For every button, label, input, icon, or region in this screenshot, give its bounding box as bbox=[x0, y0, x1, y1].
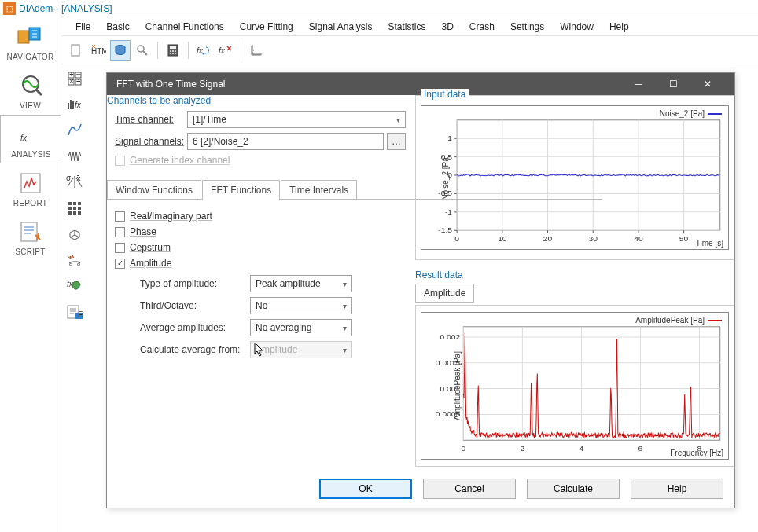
menu-settings[interactable]: Settings bbox=[502, 19, 552, 35]
side-wave-icon[interactable] bbox=[63, 145, 86, 168]
svg-rect-6 bbox=[21, 222, 37, 241]
real-imag-checkbox[interactable] bbox=[115, 211, 125, 222]
tab-time-intervals[interactable]: Time Intervals bbox=[281, 180, 357, 200]
menu-window[interactable]: Window bbox=[552, 19, 602, 35]
svg-rect-5 bbox=[21, 174, 40, 193]
menu-3d[interactable]: 3D bbox=[434, 19, 462, 35]
app-title: DIAdem - [ANALYSIS] bbox=[19, 3, 112, 14]
third-octave-select[interactable]: No▾ bbox=[250, 297, 352, 314]
navigator-icon bbox=[13, 23, 48, 51]
nav-analysis[interactable]: fx ANALYSIS bbox=[0, 115, 61, 163]
minimize-button[interactable]: ─ bbox=[621, 73, 656, 95]
side-report-f-icon[interactable]: F bbox=[63, 300, 86, 324]
menu-bar: File Basic Channel Functions Curve Fitti… bbox=[61, 17, 758, 36]
svg-text:40: 40 bbox=[634, 234, 643, 243]
tool-new-icon[interactable] bbox=[66, 40, 86, 61]
time-channel-select[interactable]: [1]/Time▾ bbox=[187, 111, 406, 128]
svg-text:4: 4 bbox=[580, 444, 584, 453]
side-fx-pie-icon[interactable]: fx bbox=[63, 274, 86, 298]
side-stats-icon[interactable]: σx̄ bbox=[63, 171, 86, 194]
svg-line-11 bbox=[143, 51, 147, 55]
nav-script[interactable]: SCRIPT bbox=[0, 212, 61, 261]
calc-avg-label: Calculate average from: bbox=[140, 344, 250, 355]
chevron-down-icon: ▾ bbox=[343, 280, 347, 288]
ok-button[interactable]: OK bbox=[319, 479, 412, 499]
side-3d-icon[interactable] bbox=[63, 222, 86, 246]
nav-report[interactable]: REPORT bbox=[0, 163, 61, 212]
input-chart: -1.5-1-0.500.5101020304050 Noise_2 [Pa] … bbox=[421, 105, 729, 250]
help-button[interactable]: Help bbox=[631, 479, 723, 499]
input-data-label: Input data bbox=[421, 89, 469, 100]
cepstrum-label: Cepstrum bbox=[130, 242, 171, 253]
analysis-icon: fx bbox=[14, 120, 49, 149]
menu-basic[interactable]: Basic bbox=[98, 19, 137, 35]
maximize-button[interactable]: ☐ bbox=[656, 73, 690, 95]
svg-point-15 bbox=[172, 50, 174, 52]
tool-calc-icon[interactable] bbox=[163, 40, 183, 61]
svg-rect-37 bbox=[68, 202, 72, 205]
svg-rect-40 bbox=[68, 207, 72, 210]
calc-avg-select: Amplitude▾ bbox=[250, 341, 352, 358]
chevron-down-icon: ▾ bbox=[343, 302, 347, 310]
svg-text:-1.5: -1.5 bbox=[438, 226, 452, 234]
chevron-down-icon: ▾ bbox=[343, 346, 347, 354]
side-bars-fx-icon[interactable]: fx bbox=[63, 93, 86, 116]
result-tab-amplitude[interactable]: Amplitude bbox=[415, 284, 474, 303]
time-channel-label: Time channel: bbox=[115, 114, 187, 125]
tool-fx-undo-icon[interactable]: fx bbox=[193, 40, 214, 61]
menu-help[interactable]: Help bbox=[602, 19, 637, 35]
tab-window-functions[interactable]: Window Functions bbox=[107, 180, 201, 200]
nav-navigator[interactable]: NAVIGATOR bbox=[0, 17, 61, 66]
chevron-down-icon: ▾ bbox=[396, 116, 400, 124]
svg-point-16 bbox=[175, 50, 176, 52]
svg-point-10 bbox=[138, 46, 144, 52]
svg-text:-1: -1 bbox=[445, 207, 453, 216]
third-octave-label: Third/Octave: bbox=[140, 300, 250, 311]
svg-text:fx: fx bbox=[75, 101, 82, 109]
type-amplitude-select[interactable]: Peak amplitude▾ bbox=[250, 275, 352, 292]
tool-fx-delete-icon[interactable]: fx bbox=[215, 40, 236, 61]
input-legend: Noise_2 [Pa] bbox=[660, 109, 722, 118]
side-matrix-icon[interactable]: +−×÷ bbox=[63, 67, 86, 90]
menu-channel-functions[interactable]: Channel Functions bbox=[138, 19, 232, 35]
fft-dialog: FFT with One Time Signal ─ ☐ ✕ Channels … bbox=[106, 72, 735, 508]
side-grid-icon[interactable] bbox=[63, 196, 86, 220]
amplitude-checkbox[interactable] bbox=[115, 259, 125, 269]
svg-point-14 bbox=[170, 50, 171, 52]
real-imag-label: Real/Imaginary part bbox=[130, 211, 212, 222]
tool-ruler-icon[interactable] bbox=[246, 40, 267, 61]
tool-data-icon[interactable] bbox=[110, 40, 131, 61]
svg-text:6: 6 bbox=[638, 444, 643, 453]
avg-amplitudes-label: Average amplitudes: bbox=[140, 322, 250, 333]
avg-amplitudes-select[interactable]: No averaging▾ bbox=[250, 319, 352, 336]
phase-checkbox[interactable] bbox=[115, 227, 125, 237]
side-crash-icon[interactable] bbox=[63, 248, 86, 272]
svg-rect-42 bbox=[78, 207, 81, 210]
calculate-button[interactable]: Calculate bbox=[527, 479, 620, 499]
side-curve-icon[interactable] bbox=[63, 119, 86, 142]
svg-rect-0 bbox=[18, 31, 29, 43]
result-ylabel: AmplitudePeak [Pa] bbox=[453, 351, 462, 420]
menu-crash[interactable]: Crash bbox=[462, 19, 502, 35]
input-ylabel: Noise_2 [Pa] bbox=[441, 155, 450, 200]
svg-rect-45 bbox=[78, 211, 81, 215]
result-data-label: Result data bbox=[415, 270, 734, 281]
svg-rect-39 bbox=[78, 202, 81, 205]
svg-text:fx: fx bbox=[219, 46, 226, 55]
side-toolbar: +−×÷ fx σx̄ fx F bbox=[61, 64, 88, 532]
svg-line-3 bbox=[36, 90, 42, 95]
menu-file[interactable]: File bbox=[68, 19, 98, 35]
signal-channels-input[interactable]: 6 [2]/Noise_2 bbox=[187, 133, 384, 150]
close-button[interactable]: ✕ bbox=[690, 73, 725, 95]
menu-statistics[interactable]: Statistics bbox=[381, 19, 434, 35]
nav-view[interactable]: VIEW bbox=[0, 66, 61, 115]
svg-text:fx: fx bbox=[20, 134, 28, 142]
menu-curve-fitting[interactable]: Curve Fitting bbox=[232, 19, 301, 35]
menu-signal-analysis[interactable]: Signal Analysis bbox=[301, 19, 381, 35]
cancel-button[interactable]: Cancel bbox=[423, 479, 516, 499]
tool-htm-icon[interactable]: HTM bbox=[88, 40, 109, 61]
browse-button[interactable]: … bbox=[387, 133, 406, 150]
tab-fft-functions[interactable]: FFT Functions bbox=[202, 180, 280, 200]
tool-search-icon[interactable] bbox=[132, 40, 153, 61]
cepstrum-checkbox[interactable] bbox=[115, 243, 125, 253]
